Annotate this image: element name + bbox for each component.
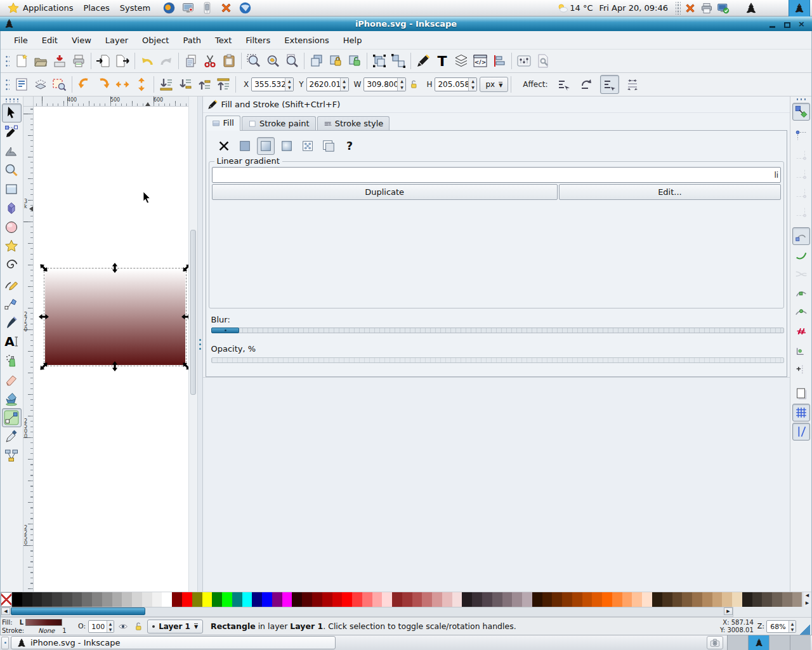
zoom-page-button[interactable] xyxy=(282,51,301,70)
vertical-scrollbar[interactable] xyxy=(188,96,197,592)
paint-flat-button[interactable] xyxy=(236,137,254,155)
toolbar-grip[interactable] xyxy=(4,53,10,69)
palette-swatch[interactable] xyxy=(92,592,102,607)
cut-button[interactable] xyxy=(200,51,219,70)
spin-arrows-icon[interactable]: ▲▼ xyxy=(285,78,293,91)
spin-arrows-icon[interactable]: ▲▼ xyxy=(468,78,476,91)
scale-handle[interactable] xyxy=(181,312,188,322)
monitor-ok-tray-button[interactable] xyxy=(715,1,731,16)
palette-swatch[interactable] xyxy=(482,592,492,607)
redo-button[interactable] xyxy=(157,51,176,70)
palette-swatch[interactable] xyxy=(272,592,282,607)
maximize-button[interactable] xyxy=(783,20,791,28)
palette-swatch[interactable] xyxy=(412,592,422,607)
horizontal-ruler[interactable]: 400500600 xyxy=(34,96,188,107)
palette-swatch[interactable] xyxy=(432,592,442,607)
palette-swatch[interactable] xyxy=(442,592,452,607)
tab-fill[interactable]: Fill xyxy=(206,116,240,131)
menu-object[interactable]: Object xyxy=(135,32,176,48)
palette-swatch[interactable] xyxy=(62,592,72,607)
window-titlebar[interactable]: iPhone.svg - Inkscape × xyxy=(0,17,812,31)
zoom-drawing-button[interactable] xyxy=(263,51,282,70)
palette-swatch[interactable] xyxy=(152,592,162,607)
toolbox-grip[interactable] xyxy=(4,98,18,102)
flip-vertical-button[interactable] xyxy=(132,75,151,94)
palette-swatch[interactable] xyxy=(732,592,742,607)
zoom-button[interactable] xyxy=(2,161,22,180)
scale-handle[interactable] xyxy=(39,312,49,322)
workspace-2[interactable] xyxy=(748,635,769,650)
fill-swatch[interactable] xyxy=(25,619,62,626)
palette-swatch[interactable] xyxy=(772,592,782,607)
palette-swatch[interactable] xyxy=(162,592,172,607)
menu-edit[interactable]: Edit xyxy=(35,32,65,48)
palette-swatch[interactable] xyxy=(512,592,522,607)
snap-nodes-button[interactable] xyxy=(792,227,810,245)
x-cross-launcher[interactable] xyxy=(218,1,234,16)
toolbar-grip[interactable] xyxy=(4,77,10,92)
xml-editor-button[interactable]: </> xyxy=(471,51,490,70)
palette-swatch[interactable] xyxy=(782,592,792,607)
snapbar-grip[interactable] xyxy=(796,98,807,102)
palette-swatch[interactable] xyxy=(312,592,322,607)
panel-menu-applications[interactable]: Applications xyxy=(2,1,78,16)
palette-swatch[interactable] xyxy=(472,592,482,607)
palette-swatch[interactable] xyxy=(742,592,752,607)
palette-swatch[interactable] xyxy=(192,592,202,607)
grid-button[interactable] xyxy=(792,404,810,421)
palette-swatch[interactable] xyxy=(292,592,302,607)
palette-swatch[interactable] xyxy=(302,592,312,607)
palette-swatch[interactable] xyxy=(562,592,572,607)
palette-swatch[interactable] xyxy=(82,592,92,607)
opacity-slider[interactable] xyxy=(211,357,785,363)
palette-swatch[interactable] xyxy=(22,592,32,607)
palette-swatch[interactable] xyxy=(42,592,52,607)
palette-scroll-right-icon[interactable]: ▶ xyxy=(803,600,811,607)
y-spinbox[interactable]: 2620.01 ▲▼ xyxy=(306,77,349,91)
palette-swatch[interactable] xyxy=(792,592,802,607)
deselect-button[interactable] xyxy=(50,75,69,94)
palette-swatch[interactable] xyxy=(572,592,582,607)
x-spinbox[interactable]: 355.532 ▲▼ xyxy=(251,77,294,91)
node-editor-button[interactable] xyxy=(2,123,22,142)
palette-swatch[interactable] xyxy=(622,592,632,607)
menu-help[interactable]: Help xyxy=(336,32,369,48)
palette-swatch[interactable] xyxy=(492,592,502,607)
palette-swatch[interactable] xyxy=(462,592,472,607)
affect-move-button[interactable] xyxy=(554,75,573,94)
palette-swatch[interactable] xyxy=(452,592,462,607)
spin-arrows-icon[interactable]: ▲▼ xyxy=(107,621,114,632)
palette-swatch[interactable] xyxy=(592,592,602,607)
palette-swatch[interactable] xyxy=(662,592,672,607)
palette-swatch[interactable] xyxy=(282,592,292,607)
palette-swatch[interactable] xyxy=(262,592,272,607)
palette-swatch[interactable] xyxy=(712,592,723,607)
palette-swatch[interactable] xyxy=(372,592,383,607)
fill-stroke-button[interactable] xyxy=(414,51,433,70)
thunderbird-launcher[interactable] xyxy=(237,1,253,16)
palette-swatch[interactable] xyxy=(542,592,553,607)
box-3d-button[interactable] xyxy=(2,199,22,218)
weather-applet[interactable]: 14 °C xyxy=(557,3,593,14)
active-window-indicator[interactable] xyxy=(789,0,810,17)
snap-bbox-center-button[interactable] xyxy=(792,203,810,221)
paint-bucket-button[interactable] xyxy=(2,389,22,408)
layers-button[interactable] xyxy=(452,51,471,70)
scroll-left-icon[interactable]: ◀ xyxy=(1,607,10,615)
save-button[interactable] xyxy=(50,51,69,70)
input-devices-button[interactable] xyxy=(514,51,534,70)
palette-swatch[interactable] xyxy=(12,592,22,607)
raise-top-button[interactable] xyxy=(214,75,233,94)
rotate-ccw-button[interactable] xyxy=(75,75,94,94)
export-button[interactable] xyxy=(113,51,132,70)
snap-bbox-corner-button[interactable] xyxy=(792,165,810,183)
rotate-cw-button[interactable] xyxy=(94,75,113,94)
scale-handle[interactable] xyxy=(110,361,120,371)
palette-swatch[interactable] xyxy=(682,592,692,607)
x-cross-tray-button[interactable] xyxy=(682,1,698,16)
paint-swatch-button[interactable] xyxy=(320,137,337,155)
palette-swatch[interactable] xyxy=(382,592,392,607)
calligraphy-button[interactable] xyxy=(2,313,22,332)
palette-swatch[interactable] xyxy=(532,592,542,607)
snap-bbox-mid-button[interactable] xyxy=(792,184,810,202)
